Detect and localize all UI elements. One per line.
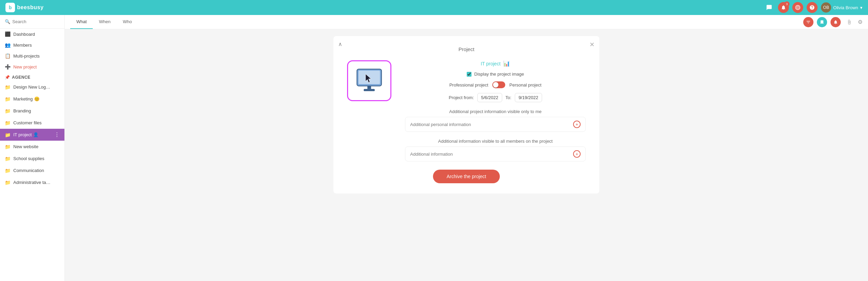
project-emoji: 📊	[503, 60, 510, 67]
tabs-right: ⚙	[803, 17, 863, 27]
logo[interactable]: b beesbusy	[5, 3, 44, 12]
date-from-input[interactable]: 5/6/2022	[477, 93, 502, 102]
folder-icon: 📁	[5, 120, 11, 126]
project-image-box[interactable]	[347, 60, 391, 101]
folder-icon: 📁	[5, 180, 11, 185]
navbar-right: OB Olivia Brown ▾	[764, 2, 863, 13]
sidebar-item-it-project[interactable]: 📁 IT project 👤 ⋮	[0, 129, 64, 141]
sidebar-item-branding[interactable]: 📁 Branding ⋮	[0, 105, 64, 117]
professional-toggle-row: Professional project Personal project	[405, 81, 586, 88]
folder-icon: 📁	[5, 168, 11, 173]
sidebar-item-label: New project	[13, 64, 60, 69]
project-settings-panel: ∧ ✕ Project	[333, 36, 599, 193]
avatar: OB	[821, 2, 831, 13]
project-details: IT project 📊 Display the project image P…	[405, 60, 586, 161]
public-info-input[interactable]	[410, 152, 570, 157]
multi-projects-icon: 📋	[5, 53, 11, 59]
sidebar: 🔍 ⬛ Dashboard 👥 Members 📋 Multi-projects…	[0, 15, 65, 281]
bell-icon-btn[interactable]	[830, 17, 841, 27]
dashboard-icon: ⬛	[5, 31, 11, 37]
folder-icon: 📁	[5, 144, 11, 150]
sidebar-item-label: Multi-projects	[13, 53, 60, 59]
sidebar-item-multi-projects[interactable]: 📋 Multi-projects	[0, 50, 64, 61]
sidebar-item-new-project[interactable]: ➕ New project	[0, 61, 64, 72]
personal-info-section: Additional project information visible o…	[405, 109, 586, 132]
professional-label: Professional project	[449, 82, 488, 88]
sidebar-item-customer-files[interactable]: 📁 Customer files ⋮	[0, 117, 64, 129]
settings-gear-icon[interactable]: ⚙	[858, 19, 863, 25]
archive-project-button[interactable]: Archive the project	[433, 170, 500, 183]
sidebar-item-administrative-tasks[interactable]: 📁 Administrative tasks ⋮	[0, 176, 64, 188]
display-image-checkbox[interactable]	[467, 72, 472, 77]
sidebar-item-school-supplies[interactable]: 📁 School supplies ⋮	[0, 153, 64, 165]
panel-container: ∧ ✕ Project	[65, 29, 868, 281]
new-project-icon: ➕	[5, 64, 11, 69]
sidebar-item-label: Communication	[13, 168, 51, 173]
personal-info-add-btn[interactable]: +	[573, 121, 581, 128]
sidebar-item-label: Dashboard	[13, 32, 60, 37]
folder-icon: 📁	[5, 108, 11, 114]
project-name-link[interactable]: IT project	[481, 61, 500, 66]
section-agence[interactable]: 📌 AGENCE	[0, 72, 64, 81]
notification-badge-btn[interactable]	[778, 2, 789, 13]
project-image	[354, 65, 385, 96]
tabs-left: What When Who	[70, 15, 138, 29]
folder-icon: 📁	[5, 132, 11, 138]
user-name: Olivia Brown	[833, 5, 858, 10]
public-info-section-label: Additional information visible to all me…	[405, 139, 586, 144]
help-icon-btn[interactable]	[807, 2, 818, 13]
sidebar-item-label: Customer files	[13, 120, 51, 125]
filter-icon-btn[interactable]	[803, 17, 813, 27]
sidebar-item-communication[interactable]: 📁 Communication ⋮	[0, 165, 64, 176]
logo-text: beesbusy	[17, 4, 44, 11]
tab-when[interactable]: When	[93, 15, 117, 29]
sidebar-item-members[interactable]: 👥 Members	[0, 40, 64, 50]
folder-icon: 📁	[5, 96, 11, 102]
sidebar-item-label: Marketing 😊	[13, 96, 51, 102]
project-name-row: IT project 📊	[405, 60, 586, 67]
search-input[interactable]	[12, 19, 60, 24]
display-image-label: Display the project image	[474, 72, 524, 77]
public-info-add-btn[interactable]: +	[573, 150, 581, 158]
project-type-toggle[interactable]	[492, 81, 505, 88]
collapse-icon[interactable]: ∧	[338, 41, 342, 47]
navbar: b beesbusy OB Olivia Brown ▾	[0, 0, 868, 15]
tab-who[interactable]: Who	[117, 15, 138, 29]
sidebar-item-marketing[interactable]: 📁 Marketing 😊 ⋮	[0, 93, 64, 105]
date-row: Project from: 5/6/2022 To: 9/19/2022	[405, 93, 586, 102]
toggle-knob	[493, 82, 498, 88]
date-from-label: Project from:	[449, 95, 474, 100]
sidebar-item-label: IT project 👤	[13, 132, 51, 137]
date-to-label: To:	[506, 95, 511, 100]
section-name: AGENCE	[12, 75, 30, 80]
sidebar-item-label: Branding	[13, 108, 51, 113]
logo-icon: b	[5, 3, 15, 12]
close-icon[interactable]: ✕	[589, 41, 595, 48]
project-image-section: IT project 📊 Display the project image P…	[347, 60, 586, 161]
date-to-input[interactable]: 9/19/2022	[515, 93, 542, 102]
personal-info-input-row: +	[405, 117, 586, 132]
display-image-checkbox-row: Display the project image	[405, 72, 586, 77]
chat-icon-btn[interactable]	[764, 2, 775, 13]
sidebar-item-label: Members	[13, 43, 60, 48]
sidebar-item-label: School supplies	[13, 156, 51, 161]
personal-info-section-label: Additional project information visible o…	[405, 109, 586, 114]
public-info-input-row: +	[405, 146, 586, 161]
user-avatar-btn[interactable]: OB Olivia Brown ▾	[821, 2, 863, 13]
personal-label: Personal project	[509, 82, 541, 88]
clip-icon-btn[interactable]	[844, 17, 854, 27]
target-icon-btn[interactable]	[792, 2, 803, 13]
svg-rect-6	[368, 86, 371, 89]
svg-rect-7	[364, 89, 375, 91]
tab-what[interactable]: What	[70, 15, 93, 29]
sidebar-item-design-new-logo[interactable]: 📁 Design New Logo 🔒 ⋮	[0, 81, 64, 93]
personal-info-input[interactable]	[410, 122, 570, 127]
bookmark-icon-btn[interactable]	[817, 17, 827, 27]
public-info-section: Additional information visible to all me…	[405, 139, 586, 161]
tabs-bar: What When Who	[65, 15, 868, 29]
sidebar-item-dashboard[interactable]: ⬛ Dashboard	[0, 29, 64, 40]
sidebar-item-new-website[interactable]: 📁 New website ⋮	[0, 141, 64, 153]
sidebar-item-label: Design New Logo 🔒	[13, 84, 51, 90]
sidebar-item-label: Administrative tasks	[13, 180, 51, 185]
more-icon[interactable]: ⋮	[54, 131, 60, 138]
